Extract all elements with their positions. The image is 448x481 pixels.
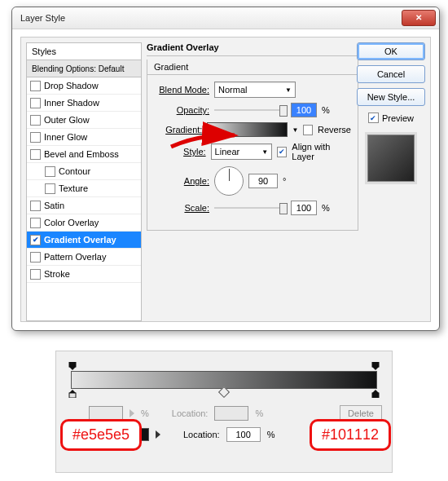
preview-swatch [367, 135, 415, 182]
style-row-outer-glow[interactable]: Outer Glow [27, 112, 141, 129]
opacity-stop-right[interactable] [371, 362, 380, 370]
svg-rect-3 [372, 393, 379, 398]
style-row-pattern-overlay[interactable]: Pattern Overlay [27, 249, 141, 266]
style-label: Outer Glow [44, 115, 90, 125]
style-row-inner-shadow[interactable]: Inner Shadow [27, 95, 141, 112]
scale-field[interactable]: 100 [291, 201, 317, 215]
blend-mode-select[interactable]: Normal ▼ [214, 82, 296, 98]
opacity-stop-left[interactable] [68, 362, 77, 370]
style-checkbox[interactable] [30, 132, 41, 143]
style-label: Satin [44, 201, 64, 210]
svg-rect-2 [69, 393, 76, 398]
style-label: Color Overlay [44, 218, 99, 227]
style-row-satin[interactable]: Satin [27, 197, 141, 214]
styles-header[interactable]: Styles [27, 43, 141, 60]
align-label: Align with Layer [292, 142, 351, 161]
ok-button[interactable]: OK [357, 42, 425, 60]
style-label: Pattern Overlay [44, 252, 106, 262]
color-stop-right[interactable] [371, 390, 380, 398]
preview-checkbox[interactable]: ✔ [368, 113, 379, 123]
style-checkbox[interactable] [30, 149, 41, 160]
svg-rect-0 [69, 362, 76, 367]
opacity-slider[interactable] [214, 109, 286, 111]
style-row-stroke[interactable]: Stroke [27, 266, 141, 283]
location-label: Location: [183, 430, 220, 439]
gradient-editor: % Location: % Delete Color: Location: 10… [55, 351, 393, 473]
style-row-bevel-and-emboss[interactable]: Bevel and Emboss [27, 146, 141, 163]
style-row-inner-glow[interactable]: Inner Glow [27, 129, 141, 146]
chevron-right-icon[interactable] [156, 430, 160, 439]
style-label: Inner Shadow [44, 98, 99, 108]
svg-rect-1 [372, 362, 379, 367]
opacity-location-field [214, 406, 248, 421]
preview-label: Preview [382, 113, 414, 123]
style-row-contour[interactable]: Contour [27, 163, 141, 180]
style-checkbox[interactable] [30, 115, 41, 126]
annotation-arrow [168, 132, 241, 153]
angle-field[interactable]: 90 [248, 174, 278, 188]
chevron-right-icon [130, 409, 134, 417]
layer-style-dialog: Layer Style ✕ Styles Blending Options: D… [11, 7, 440, 331]
style-checkbox[interactable] [45, 183, 55, 194]
reverse-checkbox[interactable] [303, 125, 313, 135]
gradient-group-title: Gradient [147, 60, 358, 75]
angle-dial[interactable] [214, 166, 244, 196]
style-row-drop-shadow[interactable]: Drop Shadow [27, 77, 141, 95]
blending-options-header[interactable]: Blending Options: Default [27, 60, 141, 77]
style-checkbox[interactable] [30, 201, 41, 211]
close-icon: ✕ [415, 14, 422, 22]
style-label: Stroke [44, 269, 70, 279]
annotation-left-hex: #e5e5e5 [60, 419, 142, 451]
style-checkbox[interactable] [30, 218, 41, 228]
opacity-label: Opacity: [154, 105, 209, 115]
chevron-down-icon: ▼ [285, 86, 292, 94]
angle-label: Angle: [154, 176, 209, 186]
location-label: Location: [172, 408, 209, 418]
chevron-down-icon: ▼ [261, 148, 268, 156]
dialog-title: Layer Style [20, 13, 402, 23]
styles-panel: Styles Blending Options: Default Drop Sh… [26, 42, 142, 321]
style-checkbox[interactable] [30, 81, 41, 91]
align-checkbox[interactable]: ✔ [277, 147, 287, 157]
scale-label: Scale: [154, 203, 209, 213]
style-checkbox[interactable]: ✔ [30, 235, 41, 245]
style-checkbox[interactable] [30, 98, 41, 108]
right-buttons: OK Cancel New Style... ✔ Preview [357, 42, 425, 182]
reverse-label: Reverse [318, 125, 351, 135]
style-label: Inner Glow [44, 132, 87, 142]
style-label: Texture [59, 183, 88, 193]
color-stop-left[interactable] [68, 390, 77, 398]
style-checkbox[interactable] [30, 269, 41, 280]
chevron-down-icon[interactable]: ▼ [292, 126, 299, 134]
style-row-color-overlay[interactable]: Color Overlay [27, 214, 141, 232]
cancel-button[interactable]: Cancel [357, 65, 425, 83]
midpoint-handle[interactable] [218, 386, 230, 398]
scale-slider[interactable] [214, 207, 286, 209]
style-label: Gradient Overlay [44, 235, 116, 245]
panel-title: Gradient Overlay [147, 42, 358, 56]
style-row-texture[interactable]: Texture [27, 180, 141, 197]
blend-mode-label: Blend Mode: [154, 85, 209, 95]
color-location-field[interactable]: 100 [226, 427, 261, 442]
style-label: Drop Shadow [44, 81, 99, 90]
gradient-bar[interactable] [71, 371, 377, 389]
close-button[interactable]: ✕ [402, 10, 436, 26]
titlebar[interactable]: Layer Style ✕ [12, 7, 439, 29]
style-row-gradient-overlay[interactable]: ✔Gradient Overlay [27, 232, 141, 249]
annotation-right-hex: #101112 [310, 419, 391, 451]
new-style-button[interactable]: New Style... [357, 88, 425, 106]
style-label: Bevel and Emboss [44, 149, 119, 159]
dialog-body: Styles Blending Options: Default Drop Sh… [20, 37, 431, 322]
style-label: Contour [59, 166, 90, 176]
opacity-field[interactable]: 100 [291, 103, 317, 117]
style-checkbox[interactable] [30, 252, 41, 263]
style-checkbox[interactable] [45, 166, 55, 177]
